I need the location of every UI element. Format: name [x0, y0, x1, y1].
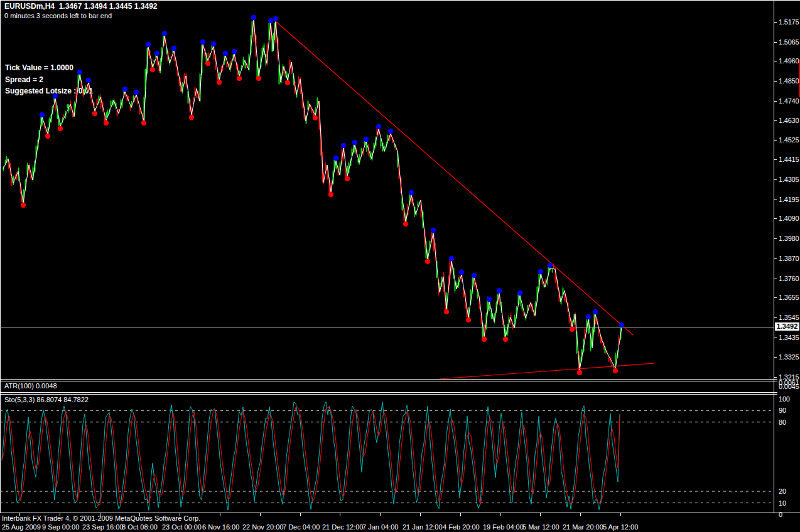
- atr-indicator-label: ATR(100) 0.0048: [4, 382, 57, 390]
- main-price-chart[interactable]: [0, 1, 774, 380]
- price-axis-label: 1.4305: [779, 176, 799, 183]
- zigzag-bottom-dot: [256, 76, 261, 81]
- date-label: 9 Sep 00:00: [42, 523, 79, 531]
- price-axis-tick: [774, 377, 777, 378]
- zigzag-bottom-dot: [313, 115, 318, 120]
- price-axis-tick: [774, 200, 777, 200]
- date-label: 21 Dec 12:00: [322, 523, 363, 531]
- price-axis-tick: [774, 42, 777, 43]
- zigzag-bottom-dot: [328, 192, 333, 197]
- price-axis-label: 1.5065: [779, 38, 799, 46]
- sto-axis-label: 20: [779, 487, 786, 495]
- zigzag-bottom-dot: [613, 368, 618, 373]
- price-axis-label: 1.3325: [779, 353, 799, 361]
- zigzag-top-dot: [268, 18, 273, 23]
- separator-atr-sto-1[interactable]: [0, 392, 777, 393]
- sto-axis-label: 80: [779, 418, 786, 426]
- zigzag-top-dot: [388, 129, 393, 134]
- zigzag-top-dot: [538, 269, 543, 274]
- price-axis-label: 1.4090: [779, 215, 799, 222]
- price-axis-label: 1.4195: [779, 196, 799, 203]
- zigzag-top-dot: [211, 41, 216, 46]
- bar-countdown-text: 0 minutes 3 seconds left to bar end: [4, 12, 112, 20]
- time-axis-tick: [580, 513, 581, 516]
- time-axis-tick: [500, 513, 501, 516]
- time-axis-tick: [460, 513, 461, 516]
- time-axis-tick: [620, 513, 621, 516]
- atr-axis-label: 0.0045: [779, 383, 799, 390]
- zigzag-top-dot: [586, 314, 591, 319]
- date-label: 19 Feb 04:00: [483, 523, 524, 531]
- sto-axis-label: 10: [779, 499, 786, 507]
- price-axis-tick: [774, 22, 777, 23]
- price-axis-tick: [774, 101, 777, 102]
- date-label: 5 Apr 12:00: [603, 523, 638, 531]
- sto-signal-line: [2, 407, 620, 505]
- price-axis-label: 1.4740: [779, 97, 799, 105]
- price-axis-label: 1.4525: [779, 136, 799, 144]
- date-label: 4 Feb 20:00: [443, 523, 480, 531]
- zigzag-bottom-dot: [482, 337, 487, 342]
- zigzag-top-dot: [223, 51, 228, 56]
- price-axis-tick: [774, 179, 777, 180]
- time-axis-tick: [380, 513, 381, 516]
- zigzag-top-dot: [376, 124, 381, 129]
- zigzag-top-dot: [53, 93, 58, 98]
- sto-axis-label: 90: [779, 407, 786, 414]
- price-axis-label: 1.3655: [779, 294, 799, 301]
- zigzag-top-dot: [40, 112, 45, 117]
- zigzag-top-dot: [431, 228, 436, 233]
- zigzag-bottom-dot: [45, 134, 50, 139]
- zigzag-top-dot: [548, 263, 553, 268]
- date-label: 23 Oct 00:00: [162, 523, 202, 531]
- zigzag-top-dot: [459, 270, 464, 275]
- price-axis-label: 1.4850: [779, 77, 799, 85]
- price-axis-label: 1.4960: [779, 57, 799, 65]
- zigzag-top-dot: [86, 78, 91, 83]
- zigzag-top-dot: [364, 137, 369, 142]
- zigzag-top-dot: [171, 46, 176, 51]
- zigzag-bottom-dot: [425, 259, 430, 264]
- chart-title-ohlc: EURUSDm,H4 1.3467 1.3494 1.3445 1.3492: [4, 3, 158, 11]
- zigzag-top-dot: [497, 288, 502, 293]
- separator-main-atr-1[interactable]: [0, 379, 777, 380]
- price-axis-tick: [774, 238, 777, 239]
- zigzag-bottom-dot: [345, 176, 350, 181]
- date-label: 7 Dec 04:00: [283, 523, 320, 531]
- zigzag-bottom-dot: [205, 61, 210, 66]
- mt4-chart-window: EURUSDm,H4 1.3467 1.3494 1.3445 1.3492 0…: [0, 0, 800, 532]
- zigzag-top-dot: [449, 256, 454, 261]
- sto-axis-label: 100: [779, 395, 790, 403]
- zigzag-top-dot: [333, 156, 338, 161]
- zigzag-bottom-dot: [285, 80, 290, 85]
- zigzag-bottom-dot: [21, 203, 26, 208]
- date-label: 22 Nov 20:00: [242, 523, 283, 531]
- time-axis-tick: [540, 513, 541, 516]
- stochastic-chart[interactable]: [0, 395, 774, 513]
- zigzag-bottom-dot: [570, 327, 575, 332]
- separator-atr-sto-2[interactable]: [0, 394, 777, 395]
- zigzag-top-dot: [472, 273, 477, 278]
- date-label: 21 Jan 12:00: [403, 523, 443, 531]
- price-axis-label: 1.3435: [779, 334, 799, 341]
- time-axis-tick: [300, 513, 301, 516]
- zigzag-bottom-dot: [150, 67, 155, 72]
- price-axis-tick: [774, 258, 777, 259]
- price-axis-tick: [774, 357, 777, 358]
- date-label: 21 Mar 20:00: [563, 523, 603, 531]
- zigzag-bottom-dot: [58, 126, 63, 131]
- zigzag-top-dot: [593, 309, 598, 314]
- price-axis-label: 1.5175: [779, 18, 799, 26]
- price-axis-tick: [774, 159, 777, 160]
- separator-main-atr-2[interactable]: [0, 381, 777, 381]
- price-axis-label: 1.4415: [779, 156, 799, 163]
- zigzag-top-dot: [251, 15, 256, 20]
- zigzag-top-dot: [517, 290, 522, 295]
- date-label: 25 Aug 2009: [2, 523, 41, 531]
- zigzag-line: [3, 20, 622, 370]
- platform-copyright: Interbank FX Trader 4, © 2001-2009 MetaQ…: [2, 514, 200, 523]
- price-axis-label: 1.3980: [779, 235, 799, 242]
- stochastic-indicator-label: Sto(5,3,3) 86.8074 84.7822: [4, 396, 89, 404]
- zigzag-bottom-dot: [466, 317, 471, 322]
- zigzag-bottom-dot: [503, 337, 508, 342]
